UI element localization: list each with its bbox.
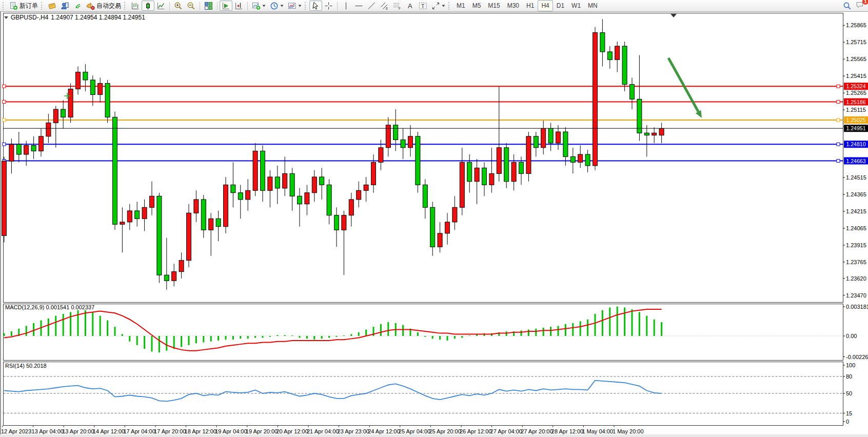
price-badge-1.24951[interactable]: 1.24951	[844, 125, 868, 132]
templates-icon	[288, 2, 297, 10]
signals-button[interactable]	[71, 1, 84, 11]
price-badge-text: 1.24810	[846, 141, 866, 147]
price-badge-1.25324[interactable]: 1.25324	[844, 83, 868, 90]
time-axis-label: 24 Apr 12:00	[368, 428, 400, 434]
candle-body	[615, 46, 620, 59]
timeframe-D1[interactable]: D1	[553, 0, 568, 11]
fibonacci-tool-button[interactable]: F	[391, 1, 404, 11]
terminal-button[interactable]	[58, 1, 71, 11]
toolbar-grip[interactable]	[3, 2, 5, 10]
price-axis-label: 1.23470	[846, 292, 866, 299]
level-line-handle[interactable]	[837, 118, 840, 122]
candle-body	[120, 222, 125, 224]
timeframe-M5[interactable]: M5	[469, 0, 485, 11]
chart-title: GBPUSD-,H4 1.24907 1.24954 1.24894 1.249…	[4, 14, 145, 21]
auto-scroll-button[interactable]	[220, 1, 232, 11]
crosshair-tool-button[interactable]	[322, 1, 335, 11]
timeframe-MN[interactable]: MN	[584, 0, 601, 11]
crosshair-icon	[324, 2, 333, 10]
trendline-tool-button[interactable]	[365, 1, 378, 11]
level-line-handle[interactable]	[3, 143, 6, 146]
timeframe-H4[interactable]: H4	[538, 0, 553, 11]
auto-trading-label: 自动交易	[96, 2, 121, 10]
price-axis-label: 1.25715	[846, 39, 866, 45]
candlestick-chart-button[interactable]	[142, 1, 154, 11]
chart-shift-button[interactable]	[232, 1, 245, 11]
candle-body	[24, 145, 29, 154]
toolbar-separator	[247, 2, 248, 10]
chart-dropdown-icon[interactable]	[4, 16, 8, 19]
candle-body	[61, 109, 66, 117]
line-chart-button[interactable]	[154, 1, 167, 11]
timeframe-M15[interactable]: M15	[484, 0, 503, 11]
level-line-handle[interactable]	[837, 143, 840, 146]
candle-body	[541, 128, 546, 147]
indicators-button[interactable]	[250, 1, 268, 11]
candle-body	[511, 162, 516, 181]
candle-body	[563, 132, 568, 156]
candle-body	[548, 128, 553, 143]
candlestick-icon	[144, 2, 152, 10]
price-badge-1.25025[interactable]: 1.25025	[844, 116, 868, 124]
bar-chart-button[interactable]	[129, 1, 142, 11]
zoom-in-button[interactable]	[172, 1, 185, 11]
timeframe-H1[interactable]: H1	[523, 0, 538, 11]
templates-button[interactable]	[286, 1, 304, 11]
candle-body	[593, 33, 598, 166]
macd-panel	[4, 304, 843, 361]
channel-tool-button[interactable]: E	[378, 1, 391, 11]
price-axis-label: 1.25115	[846, 107, 866, 113]
toolbar-grip[interactable]	[305, 2, 307, 10]
new-order-button[interactable]: 新订单	[7, 1, 40, 11]
profile-icon	[48, 2, 56, 10]
candle-body	[68, 89, 73, 117]
timeframe-M30[interactable]: M30	[504, 0, 523, 11]
time-axis-label: 13 Apr 04:00	[32, 428, 64, 434]
window-bottom-edge	[0, 434, 868, 437]
price-axis-label: 1.24515	[846, 174, 866, 181]
search-icon	[843, 2, 852, 10]
level-line-handle[interactable]	[3, 118, 6, 122]
time-axis-label: 28 Apr 12:00	[551, 428, 583, 434]
price-badge-1.24810[interactable]: 1.24810	[844, 141, 868, 148]
level-line-handle[interactable]	[3, 101, 6, 104]
toolbar-grip[interactable]	[448, 2, 450, 10]
candle-body	[637, 99, 642, 133]
price-badge-text: 1.25186	[846, 99, 866, 105]
text-tool-button[interactable]: A	[404, 1, 417, 11]
periods-clock-icon	[270, 2, 279, 10]
arrows-tool-button[interactable]	[429, 1, 447, 11]
candle-body	[150, 196, 154, 207]
vertical-line-tool-button[interactable]	[340, 1, 352, 11]
text-label-tool-button[interactable]: T	[417, 1, 429, 11]
rsi-axis-label: 0	[846, 419, 849, 425]
notification-count-badge[interactable]: 1	[862, 0, 868, 5]
toolbar-grip[interactable]	[124, 2, 126, 10]
level-line-handle[interactable]	[837, 160, 840, 163]
level-line-handle[interactable]	[837, 85, 840, 88]
candle-body	[652, 133, 657, 135]
cursor-tool-button[interactable]	[309, 1, 322, 11]
horizontal-line-tool-button[interactable]	[352, 1, 365, 11]
auto-trading-button[interactable]: 自动交易	[84, 1, 123, 11]
timeframe-W1[interactable]: W1	[568, 0, 584, 11]
candle-body	[238, 193, 243, 200]
periods-button[interactable]	[268, 1, 286, 11]
candle-body	[430, 207, 435, 247]
candle-body	[39, 136, 44, 151]
candle-body	[283, 173, 287, 188]
timeframe-group: M1M5M15M30H1H4D1W1MN	[453, 0, 601, 11]
bar-chart-icon	[131, 2, 140, 10]
search-button[interactable]	[841, 1, 854, 11]
level-line-handle[interactable]	[3, 85, 6, 88]
toolbar-grip[interactable]	[41, 2, 43, 10]
timeframe-M1[interactable]: M1	[453, 0, 469, 11]
price-badge-1.24663[interactable]: 1.24663	[844, 157, 868, 165]
zoom-out-button[interactable]	[185, 1, 198, 11]
profile-button[interactable]	[46, 1, 58, 11]
price-badge-1.25186[interactable]: 1.25186	[844, 98, 868, 106]
level-line-handle[interactable]	[837, 101, 840, 104]
signals-icon	[73, 2, 82, 10]
time-axis-label: 21 Apr 04:00	[307, 428, 339, 434]
tile-windows-button[interactable]	[202, 1, 215, 11]
